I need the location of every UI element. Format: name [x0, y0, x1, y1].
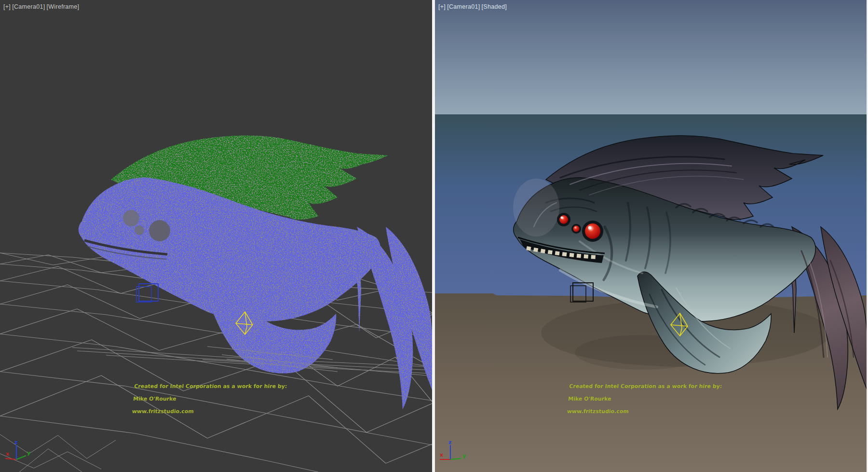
eye-small: [559, 215, 568, 224]
axis-y-label: y: [27, 450, 30, 456]
label-camera-menu[interactable]: [Camera01]: [447, 3, 480, 10]
label-camera-menu[interactable]: [Camera01]: [12, 3, 45, 10]
label-shading-menu[interactable]: [Wireframe]: [46, 3, 79, 10]
label-pov-menu[interactable]: [+]: [438, 3, 446, 10]
axis-tripod: x z y: [437, 439, 471, 468]
viewport-shaded[interactable]: [+] [Camera01] [Shaded] Created for Inte…: [435, 0, 867, 472]
label-pov-menu[interactable]: [+]: [3, 3, 11, 10]
viewport-label-left: [+] [Camera01] [Wireframe]: [3, 3, 79, 10]
label-shading-menu[interactable]: [Shaded]: [481, 3, 506, 10]
axis-z-label: z: [448, 439, 451, 445]
axis-z-label: z: [14, 439, 17, 445]
axis-tripod: x z y: [2, 439, 36, 468]
viewport-wireframe[interactable]: [+] [Camera01] [Wireframe] Created for I…: [0, 0, 432, 472]
max-viewport-stage: [+] [Camera01] [Wireframe] Created for I…: [0, 0, 868, 472]
sky-upper: [435, 0, 867, 114]
axis-x-label: x: [440, 452, 443, 458]
viewport-label-right: [+] [Camera01] [Shaded]: [438, 3, 507, 10]
watermark-text: Created for Intel Corporation as a work …: [567, 383, 722, 415]
eye-tiny: [573, 226, 580, 232]
watermark-text: Created for Intel Corporation as a work …: [132, 383, 287, 415]
axis-x-label: x: [6, 451, 9, 457]
eye-large: [585, 223, 600, 239]
axis-y-label: y: [462, 453, 466, 459]
